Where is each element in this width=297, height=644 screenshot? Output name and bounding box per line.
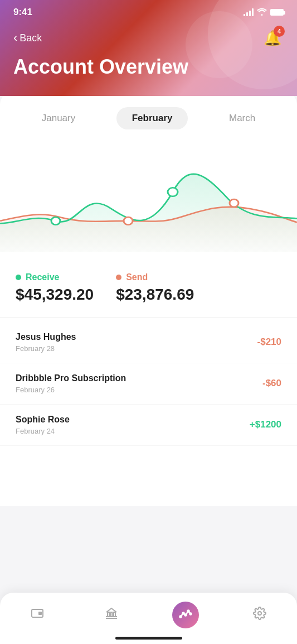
status-time: 9:41: [13, 7, 32, 18]
receive-label: Receive: [26, 272, 60, 282]
svg-point-7: [180, 616, 182, 618]
receive-label-row: Receive: [16, 272, 94, 282]
notification-button[interactable]: 🔔 4: [261, 27, 284, 49]
svg-point-9: [185, 614, 187, 616]
tab-january[interactable]: January: [26, 107, 91, 129]
bank-icon: [105, 607, 118, 623]
transaction-date-0: February 28: [16, 344, 76, 353]
transaction-date-1: February 26: [16, 386, 126, 394]
svg-point-10: [188, 611, 189, 612]
settings-icon: [253, 607, 266, 623]
nav-item-bank[interactable]: [98, 602, 125, 628]
wallet-icon: [31, 607, 44, 623]
transaction-left-2: Sophie Rose February 24: [16, 415, 70, 435]
back-button[interactable]: ‹ Back: [13, 31, 42, 45]
send-dot: [116, 275, 121, 280]
status-icons: [244, 8, 284, 17]
transaction-amount-0: -$210: [257, 337, 281, 348]
send-value: $23,876.69: [116, 286, 194, 304]
stats-row: Receive $45,329.20 Send $23,876.69: [0, 263, 297, 318]
back-label: Back: [20, 32, 42, 44]
main-content: January February March: [0, 92, 297, 506]
send-label: Send: [126, 272, 148, 282]
page-title: Account Overview: [13, 56, 284, 78]
chart-point-2: [124, 217, 133, 225]
nav-item-settings[interactable]: [246, 602, 273, 628]
transaction-name-0: Jesus Hughes: [16, 332, 76, 342]
back-chevron-icon: ‹: [13, 31, 17, 45]
tab-february[interactable]: February: [116, 107, 188, 129]
bottom-nav: [0, 593, 297, 644]
table-row[interactable]: Jesus Hughes February 28 -$210: [0, 322, 297, 363]
header: 9:41 ‹ Back 🔔 4 Account Overview: [0, 0, 297, 96]
nav-item-wallet[interactable]: [24, 602, 51, 628]
chart-point-3: [168, 188, 178, 196]
chart-icon: [179, 607, 192, 623]
transaction-name-2: Sophie Rose: [16, 415, 70, 425]
notification-badge: 4: [274, 26, 285, 37]
chart-svg: [0, 146, 297, 252]
home-indicator: [115, 637, 182, 640]
send-stat: Send $23,876.69: [116, 272, 194, 304]
transaction-left-1: Dribbble Pro Subscription February 26: [16, 373, 126, 394]
nav-item-chart[interactable]: [172, 602, 199, 628]
chart-point-4: [230, 199, 238, 207]
svg-point-11: [190, 613, 192, 615]
transaction-name-1: Dribbble Pro Subscription: [16, 373, 126, 383]
svg-rect-1: [38, 612, 42, 615]
nav-row: ‹ Back 🔔 4: [13, 27, 284, 49]
receive-stat: Receive $45,329.20: [16, 272, 94, 304]
receive-value: $45,329.20: [16, 286, 94, 304]
transaction-date-2: February 24: [16, 427, 70, 435]
receive-dot: [16, 275, 21, 280]
svg-rect-2: [108, 612, 109, 617]
svg-point-12: [258, 612, 261, 615]
tab-march[interactable]: March: [213, 107, 271, 129]
transactions-list: Jesus Hughes February 28 -$210 Dribbble …: [0, 318, 297, 450]
svg-point-8: [183, 613, 184, 614]
send-label-row: Send: [116, 272, 194, 282]
transaction-left-0: Jesus Hughes February 28: [16, 332, 76, 353]
signal-icon: [244, 8, 254, 16]
status-bar: 9:41: [13, 0, 284, 22]
table-row[interactable]: Dribbble Pro Subscription February 26 -$…: [0, 363, 297, 405]
battery-icon: [270, 9, 284, 16]
transaction-amount-1: -$60: [262, 378, 281, 389]
table-row[interactable]: Sophie Rose February 24 +$1200: [0, 405, 297, 446]
chart-container: [0, 141, 297, 263]
svg-rect-4: [114, 612, 115, 617]
svg-rect-3: [110, 612, 112, 617]
wifi-icon: [257, 8, 267, 17]
transaction-amount-2: +$1200: [250, 419, 281, 430]
month-selector: January February March: [0, 92, 297, 141]
chart-point-1: [51, 217, 60, 225]
